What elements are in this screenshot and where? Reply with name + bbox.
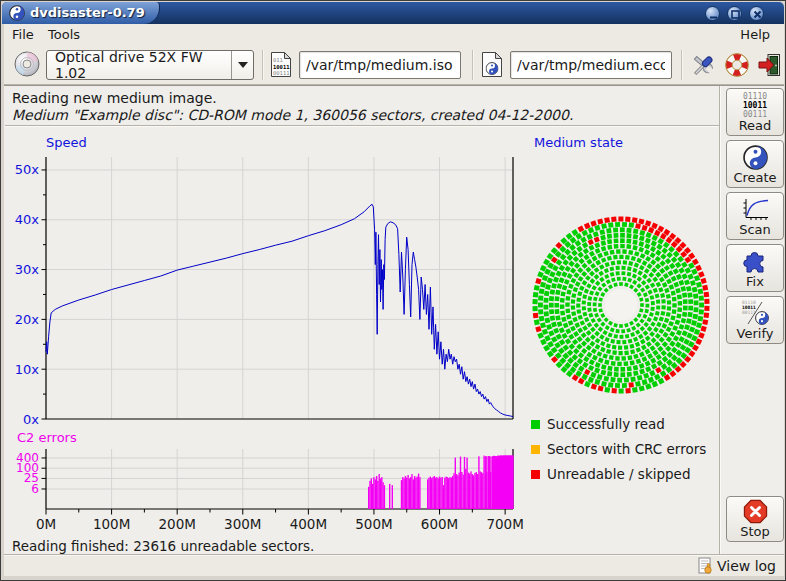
legend-swatch-bad (531, 470, 540, 479)
help-lifebuoy-icon[interactable] (724, 52, 750, 78)
chevron-down-icon (238, 62, 248, 73)
drive-selector-value: Optical drive 52X FW 1.02 (47, 49, 231, 81)
drive-selector-arrow[interactable] (231, 51, 253, 79)
sidebar-separator (719, 86, 721, 555)
verify-binary-yinyang-icon: 01110 10011 00111 (740, 299, 770, 326)
toolbar-separator (472, 50, 474, 80)
menubar: File Tools Help (4, 24, 784, 45)
view-log-button[interactable]: View log (698, 557, 776, 574)
maximize-button[interactable] (727, 6, 742, 21)
ecc-path-input[interactable] (510, 51, 672, 79)
svg-text:00111: 00111 (743, 110, 767, 118)
main-content: Reading new medium image. Medium "Exampl… (4, 85, 784, 554)
svg-text:10x: 10x (15, 362, 40, 377)
fix-puzzle-icon (742, 248, 768, 274)
svg-text:400M: 400M (290, 516, 327, 532)
svg-text:40x: 40x (15, 212, 40, 227)
scan-button[interactable]: Scan (726, 192, 784, 240)
svg-text:00111: 00111 (273, 70, 290, 76)
svg-text:10011: 10011 (273, 64, 290, 70)
close-button[interactable] (749, 6, 764, 21)
titlebar[interactable]: dvdisaster-0.79 (2, 2, 784, 24)
toolbar-separator (262, 50, 264, 80)
svg-text:10011: 10011 (743, 101, 767, 110)
medium-state-legend: Successfully read Sectors with CRC error… (531, 416, 716, 491)
legend-item-bad: Unreadable / skipped (531, 466, 716, 491)
legend-label-bad: Unreadable / skipped (547, 466, 690, 482)
legend-item-crc: Sectors with CRC errors (531, 441, 716, 466)
menu-tools[interactable]: Tools (42, 26, 86, 43)
footer-bar: View log (4, 554, 784, 576)
minimize-button[interactable] (705, 6, 720, 21)
app-yinyang-icon (9, 5, 25, 21)
svg-text:600M: 600M (421, 516, 458, 532)
ecc-file-icon (481, 51, 503, 78)
toolbar-separator (681, 50, 683, 80)
status-line-1: Reading new medium image. (12, 90, 217, 106)
svg-text:700M: 700M (486, 516, 523, 532)
action-sidebar: 01110 10011 00111 Read Create Scan (723, 86, 784, 555)
view-log-icon (698, 557, 715, 574)
optical-drive-icon (13, 50, 41, 78)
preferences-tools-icon[interactable] (690, 52, 718, 78)
create-button[interactable]: Create (726, 140, 784, 188)
speed-and-c2-chart: 0x10x20x30x40x50x6251004000M100M200M300M… (4, 128, 524, 540)
svg-text:100M: 100M (93, 516, 130, 532)
menu-file[interactable]: File (6, 26, 40, 43)
view-log-label: View log (717, 558, 776, 574)
legend-label-crc: Sectors with CRC errors (547, 441, 706, 457)
read-binary-icon: 01110 10011 00111 (733, 91, 777, 118)
iso-path-input[interactable] (299, 51, 461, 79)
menu-help[interactable]: Help (734, 26, 776, 43)
svg-text:400: 400 (16, 451, 39, 465)
legend-swatch-good (531, 420, 540, 429)
svg-text:50x: 50x (15, 162, 40, 177)
svg-text:200M: 200M (158, 516, 195, 532)
fix-button[interactable]: Fix (726, 244, 784, 292)
svg-text:0x: 0x (23, 412, 39, 427)
toolbar: Optical drive 52X FW 1.02 011 10011 0011… (4, 45, 784, 85)
svg-text:300M: 300M (224, 516, 261, 532)
read-button[interactable]: 01110 10011 00111 Read (726, 88, 784, 136)
medium-state-title: Medium state (534, 135, 623, 150)
svg-text:20x: 20x (15, 312, 40, 327)
svg-text:011: 011 (273, 57, 283, 63)
stop-octagon-icon (743, 499, 768, 524)
create-yinyang-icon (743, 145, 768, 170)
verify-button[interactable]: 01110 10011 00111 Verify (726, 296, 784, 344)
drive-selector-combo[interactable]: Optical drive 52X FW 1.02 (46, 50, 254, 80)
svg-text:30x: 30x (15, 262, 40, 277)
separator (5, 125, 719, 127)
legend-item-good: Successfully read (531, 416, 716, 441)
stop-button[interactable]: Stop (726, 496, 784, 542)
quit-door-icon[interactable] (757, 52, 783, 78)
status-line-2: Medium "Example disc": CD-ROM mode 1, 36… (12, 107, 573, 123)
legend-swatch-crc (531, 445, 540, 454)
svg-text:500M: 500M (355, 516, 392, 532)
svg-text:01110: 01110 (743, 92, 767, 101)
iso-file-icon: 011 10011 00111 (270, 51, 292, 78)
medium-state-disc (529, 214, 714, 399)
scan-curve-icon (741, 197, 769, 222)
legend-label-good: Successfully read (547, 416, 665, 432)
app-window: dvdisaster-0.79 File Tools Help Optic (0, 0, 786, 581)
reading-status-text: Reading finished: 23616 unreadable secto… (12, 538, 314, 554)
window-title: dvdisaster-0.79 (30, 5, 145, 20)
svg-text:0M: 0M (36, 516, 56, 532)
